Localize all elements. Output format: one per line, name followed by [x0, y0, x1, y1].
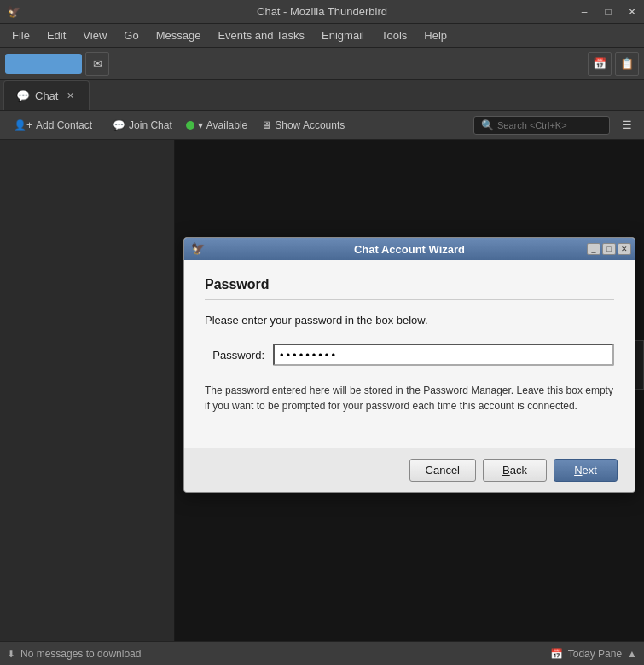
chat-tab-icon: 💬	[16, 90, 30, 102]
password-label: Password:	[205, 349, 273, 361]
password-row: Password:	[205, 344, 614, 366]
status-dot-green	[186, 121, 194, 130]
dialog-close-button[interactable]: ✕	[618, 243, 631, 255]
dialog-titlebar: 🦅 Chat Account Wizard _ □ ✕	[184, 238, 635, 260]
maximize-button[interactable]: □	[596, 0, 620, 24]
dialog-minimize-button[interactable]: _	[587, 243, 600, 255]
dialog-footer: Cancel Back Next	[184, 448, 635, 492]
menu-help[interactable]: Help	[415, 26, 455, 45]
search-placeholder: Search <Ctrl+K>	[497, 120, 567, 130]
minimize-button[interactable]: –	[572, 0, 596, 24]
dialog-restore-button[interactable]: □	[602, 243, 616, 255]
status-message: No messages to download	[20, 648, 141, 660]
menu-tools[interactable]: Tools	[373, 26, 415, 45]
join-chat-icon: 💬	[113, 119, 125, 131]
next-underline: Next	[574, 464, 597, 477]
add-contact-button[interactable]: 👤+ Add Contact	[7, 116, 99, 135]
get-messages-button[interactable]	[5, 54, 82, 74]
dialog-description: Please enter your password in the box be…	[205, 314, 614, 327]
status-arrow: ▾	[198, 119, 203, 131]
dialog-body: Password Please enter your password in t…	[184, 260, 635, 448]
mail-toolbar: ✉ 📅 📋	[0, 48, 644, 80]
add-contact-icon: 👤+	[14, 119, 32, 131]
cancel-button[interactable]: Cancel	[409, 459, 476, 482]
dialog-controls: _ □ ✕	[587, 243, 631, 255]
today-pane-arrow: ▲	[627, 648, 637, 660]
show-accounts-button[interactable]: 🖥 Show Accounts	[254, 116, 351, 135]
status-label: Available	[206, 119, 247, 131]
close-window-button[interactable]: ✕	[620, 0, 644, 24]
today-pane-label: Today Pane	[568, 648, 622, 660]
title-bar: 🦅 Chat - Mozilla Thunderbird – □ ✕	[0, 0, 644, 24]
dialog-heading: Password	[205, 277, 614, 300]
menu-toggle-icon[interactable]: ☰	[617, 115, 637, 136]
chat-tab[interactable]: 💬 Chat ✕	[3, 80, 90, 110]
chat-tab-label: Chat	[35, 90, 58, 102]
window-controls: – □ ✕	[572, 0, 644, 23]
chat-account-wizard-dialog: 🦅 Chat Account Wizard _ □ ✕ Password Ple…	[183, 237, 635, 493]
window-title: Chat - Mozilla Thunderbird	[257, 5, 387, 18]
accounts-icon: 🖥	[261, 119, 271, 131]
calendar-icon[interactable]: 📅	[588, 52, 612, 76]
menu-file[interactable]: File	[3, 26, 38, 45]
chat-tab-close[interactable]: ✕	[63, 89, 77, 102]
next-button[interactable]: Next	[554, 459, 618, 482]
menu-bar: File Edit View Go Message Events and Tas…	[0, 24, 644, 48]
calendar-status-icon: 📅	[550, 648, 563, 660]
status-bar: ⬇ No messages to download 📅 Today Pane ▲	[0, 641, 644, 665]
password-input[interactable]	[273, 344, 614, 366]
back-button[interactable]: Back	[483, 459, 547, 482]
sidebar	[0, 140, 175, 641]
menu-events[interactable]: Events and Tasks	[209, 26, 313, 45]
download-icon: ⬇	[7, 648, 15, 660]
status-left: ⬇ No messages to download	[7, 648, 141, 660]
join-chat-button[interactable]: 💬 Join Chat	[106, 116, 179, 135]
tab-bar: 💬 Chat ✕	[0, 80, 644, 111]
email-icon[interactable]: ✉	[85, 52, 109, 76]
main-area: t of ted 🦅 Chat Account Wizard _ □ ✕	[0, 140, 644, 641]
menu-go[interactable]: Go	[115, 26, 147, 45]
status-right: 📅 Today Pane ▲	[550, 648, 637, 660]
address-book-icon[interactable]: 📋	[615, 52, 639, 76]
menu-view[interactable]: View	[74, 26, 115, 45]
status-dropdown[interactable]: ▾ Available	[186, 119, 247, 131]
app-icon: 🦅	[7, 5, 20, 19]
search-box[interactable]: 🔍 Search <Ctrl+K>	[473, 116, 610, 135]
dialog-title: Chat Account Wizard	[354, 243, 465, 256]
menu-enigmail[interactable]: Enigmail	[313, 26, 373, 45]
dialog-note: The password entered here will be stored…	[205, 383, 614, 413]
menu-edit[interactable]: Edit	[38, 26, 74, 45]
dialog-icon: 🦅	[191, 242, 205, 256]
menu-message[interactable]: Message	[148, 26, 210, 45]
chat-toolbar: 👤+ Add Contact 💬 Join Chat ▾ Available 🖥…	[0, 111, 644, 140]
content-area: t of ted 🦅 Chat Account Wizard _ □ ✕	[175, 140, 644, 641]
search-icon: 🔍	[481, 119, 494, 131]
